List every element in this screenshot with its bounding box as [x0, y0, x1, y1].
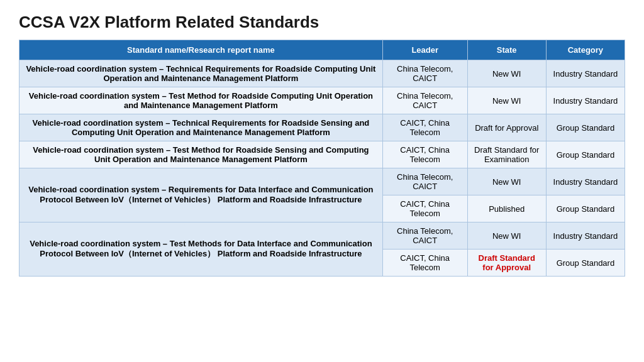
- leader-cell: CAICT, China Telecom: [382, 250, 467, 277]
- standard-name: Vehicle-road coordination system – Techn…: [19, 114, 383, 141]
- table-row: Vehicle-road coordination system – Test …: [19, 141, 625, 168]
- standard-name: Vehicle-road coordination system – Test …: [19, 222, 383, 277]
- state-cell: New WI: [467, 222, 546, 250]
- category-cell: Group Standard: [546, 250, 625, 277]
- category-cell: Group Standard: [546, 114, 625, 141]
- state-cell: Draft Standard for Examination: [467, 141, 546, 168]
- leader-cell: China Telecom, CAICT: [382, 222, 467, 250]
- standards-table: Standard name/Research report name Leade…: [19, 40, 625, 277]
- state-cell: New WI: [467, 60, 546, 87]
- category-cell: Group Standard: [546, 141, 625, 168]
- leader-cell: China Telecom, CAICT: [382, 168, 467, 195]
- col-header-name: Standard name/Research report name: [19, 40, 383, 60]
- standard-name: Vehicle-road coordination system – Techn…: [19, 60, 383, 87]
- category-cell: Industry Standard: [546, 87, 625, 114]
- leader-cell: CAICT, China Telecom: [382, 195, 467, 222]
- state-cell: New WI: [467, 168, 546, 195]
- leader-cell: China Telecom, CAICT: [382, 60, 467, 87]
- standard-name: Vehicle-road coordination system – Test …: [19, 87, 383, 114]
- leader-cell: CAICT, China Telecom: [382, 114, 467, 141]
- col-header-state: State: [467, 40, 546, 60]
- leader-cell: CAICT, China Telecom: [382, 141, 467, 168]
- state-cell: Published: [467, 195, 546, 222]
- page-title: CCSA V2X Platform Related Standards: [19, 13, 625, 32]
- category-cell: Industry Standard: [546, 60, 625, 87]
- category-cell: Group Standard: [546, 195, 625, 222]
- standard-name: Vehicle-road coordination system – Test …: [19, 141, 383, 168]
- state-cell: New WI: [467, 87, 546, 114]
- state-cell: Draft for Approval: [467, 114, 546, 141]
- table-row: Vehicle-road coordination system – Techn…: [19, 60, 625, 87]
- table-row: Vehicle-road coordination system – Techn…: [19, 114, 625, 141]
- table-row: Vehicle-road coordination system – Requi…: [19, 168, 625, 195]
- table-row: Vehicle-road coordination system – Test …: [19, 222, 625, 250]
- category-cell: Industry Standard: [546, 222, 625, 250]
- leader-cell: China Telecom, CAICT: [382, 87, 467, 114]
- col-header-category: Category: [546, 40, 625, 60]
- state-cell: Draft Standard for Approval: [467, 250, 546, 277]
- col-header-leader: Leader: [382, 40, 467, 60]
- table-row: Vehicle-road coordination system – Test …: [19, 87, 625, 114]
- standard-name: Vehicle-road coordination system – Requi…: [19, 168, 383, 222]
- category-cell: Industry Standard: [546, 168, 625, 195]
